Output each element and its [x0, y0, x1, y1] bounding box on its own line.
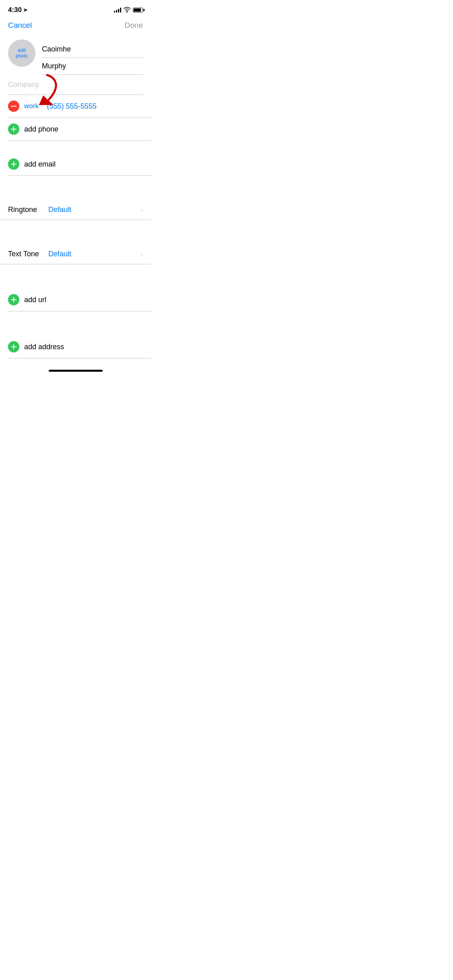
add-email-button[interactable]: [8, 159, 19, 170]
status-time: 4:30 ➤: [8, 6, 27, 14]
spacer-9: [0, 323, 151, 336]
phone-row: work › (555) 555-5555: [8, 95, 151, 118]
last-name-row: [42, 58, 143, 75]
spacer-2: [0, 176, 151, 188]
add-phone-label[interactable]: add phone: [24, 125, 58, 134]
url-section: add url: [0, 288, 151, 311]
minus-icon: [11, 106, 17, 107]
email-section: add email: [0, 153, 151, 176]
phone-number[interactable]: (555) 555-5555: [47, 102, 151, 111]
ringtone-label: Ringtone: [8, 206, 48, 214]
status-icons: [114, 7, 143, 14]
phone-label-chevron: ›: [40, 103, 42, 109]
signal-bar-1: [114, 11, 115, 12]
add-phone-row[interactable]: add phone: [8, 118, 151, 141]
company-row: [8, 75, 143, 95]
spacer-1: [0, 141, 151, 153]
spacer-3: [0, 188, 151, 200]
add-email-row[interactable]: add email: [8, 153, 151, 176]
name-fields: [42, 41, 143, 75]
ringtone-chevron: ›: [141, 206, 143, 213]
text-tone-row[interactable]: Text Tone Default ›: [0, 244, 151, 264]
add-phone-button[interactable]: [8, 124, 19, 135]
text-tone-label: Text Tone: [8, 250, 48, 258]
avatar[interactable]: addphoto: [8, 39, 35, 67]
ringtone-row[interactable]: Ringtone Default ›: [0, 200, 151, 220]
done-button[interactable]: Done: [125, 21, 143, 30]
add-address-label[interactable]: add address: [24, 343, 64, 351]
home-bar: [49, 370, 103, 372]
signal-bars: [114, 8, 121, 12]
ringtone-value: Default: [48, 206, 141, 214]
signal-bar-2: [116, 10, 117, 12]
address-section: add address: [0, 336, 151, 358]
text-tone-chevron: ›: [141, 251, 143, 257]
add-address-button[interactable]: [8, 341, 19, 352]
add-url-row[interactable]: add url: [8, 288, 151, 311]
phone-label-type[interactable]: work: [24, 102, 39, 110]
spacer-4: [0, 220, 151, 232]
home-indicator: [0, 366, 151, 374]
add-address-row[interactable]: add address: [8, 336, 151, 358]
first-name-row: [42, 41, 143, 58]
company-input[interactable]: [8, 80, 143, 89]
battery-icon: [133, 8, 143, 12]
add-url-label[interactable]: add url: [24, 296, 46, 304]
add-email-label[interactable]: add email: [24, 160, 56, 169]
avatar-add-text: addphoto: [16, 47, 28, 59]
location-icon: ➤: [23, 7, 27, 13]
plus-icon-address: [11, 344, 17, 350]
time-display: 4:30: [8, 6, 22, 14]
remove-phone-button[interactable]: [8, 101, 19, 112]
spacer-6: [0, 264, 151, 276]
text-tone-value: Default: [48, 250, 141, 258]
signal-bar-3: [118, 9, 119, 12]
first-name-input[interactable]: [42, 45, 143, 54]
cancel-button[interactable]: Cancel: [8, 21, 32, 30]
wifi-icon: [124, 7, 130, 14]
plus-icon-url: [11, 297, 17, 303]
company-section: [0, 75, 151, 95]
plus-icon-email: [11, 161, 17, 167]
contact-header: addphoto: [0, 36, 151, 75]
signal-bar-4: [120, 8, 121, 12]
nav-bar: Cancel Done: [0, 18, 151, 36]
add-url-button[interactable]: [8, 294, 19, 305]
plus-icon: [11, 126, 17, 132]
spacer-8: [0, 311, 151, 323]
status-bar: 4:30 ➤: [0, 0, 151, 18]
last-name-input[interactable]: [42, 62, 143, 70]
phone-section: work › (555) 555-5555 add phone: [0, 95, 151, 141]
spacer-7: [0, 276, 151, 288]
spacer-5: [0, 232, 151, 244]
